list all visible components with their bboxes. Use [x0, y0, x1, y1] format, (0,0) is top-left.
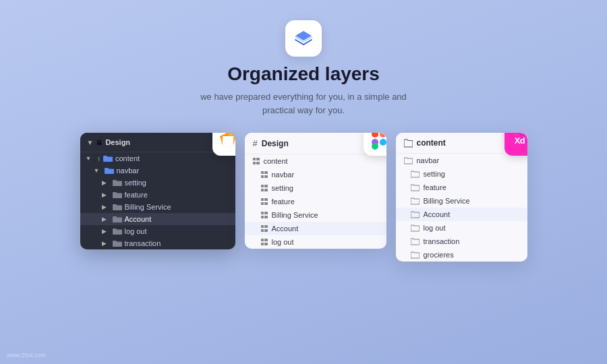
xd-item-logout: log out	[396, 221, 527, 235]
subtitle: we have prepared everything for you, in …	[0, 90, 607, 117]
figma-panel: # Design content navbar setting feature …	[245, 133, 386, 249]
watermark: www.25xt.com	[7, 352, 46, 359]
figma-badge	[364, 133, 386, 156]
svg-rect-8	[380, 133, 386, 138]
svg-point-11	[380, 139, 386, 146]
figma-item-content: content	[245, 154, 386, 168]
xd-item-feature: feature	[396, 181, 527, 194]
figma-item-navbar: navbar	[245, 168, 386, 181]
dark-item-logout: ▶ log out	[80, 225, 235, 237]
svg-rect-10	[372, 143, 378, 150]
app-icon	[285, 20, 322, 57]
dark-item-account: ▶ Account	[80, 213, 235, 225]
xd-item-setting: setting	[396, 167, 527, 181]
dark-item-navbar: ▼ navbar	[80, 164, 235, 177]
dark-item-setting: ▶ setting	[80, 177, 235, 189]
xd-header-title: content	[417, 138, 446, 148]
xd-item-transaction: transaction	[396, 235, 527, 248]
dark-item-transaction: ▶ transaction	[80, 237, 235, 249]
xd-badge: Xd	[504, 133, 527, 156]
svg-marker-6	[223, 136, 233, 148]
xd-item-billing: Billing Service	[396, 194, 527, 208]
svg-rect-7	[372, 133, 378, 138]
sketch-panel: ▼ 🖥 Design ▼ ↕ content ▼ navbar ▶ settin…	[80, 133, 235, 249]
xd-item-grocieres: grocieres	[396, 248, 527, 262]
sketch-header-title: Design	[105, 138, 130, 146]
figma-item-billing: Billing Service	[245, 208, 386, 222]
main-title: Organized layers	[0, 63, 607, 85]
header-section: Organized layers we have prepared everyt…	[0, 0, 607, 117]
dark-item-billing: ▶ Billing Service	[80, 201, 235, 213]
dark-item-content: ▼ ↕ content	[80, 152, 235, 164]
xd-item-account: Account	[396, 208, 527, 221]
xd-item-navbar: navbar	[396, 154, 527, 167]
xd-panel: Xd content navbar setting feature	[396, 133, 527, 262]
dark-item-feature: ▶ feature	[80, 189, 235, 201]
panels-row: ▼ 🖥 Design ▼ ↕ content ▼ navbar ▶ settin…	[0, 117, 607, 262]
figma-item-account: Account	[245, 222, 386, 235]
figma-item-feature: feature	[245, 195, 386, 208]
sketch-badge	[212, 133, 235, 156]
figma-item-logout: log out	[245, 235, 386, 249]
figma-header-title: Design	[262, 139, 289, 148]
figma-item-setting: setting	[245, 181, 386, 195]
